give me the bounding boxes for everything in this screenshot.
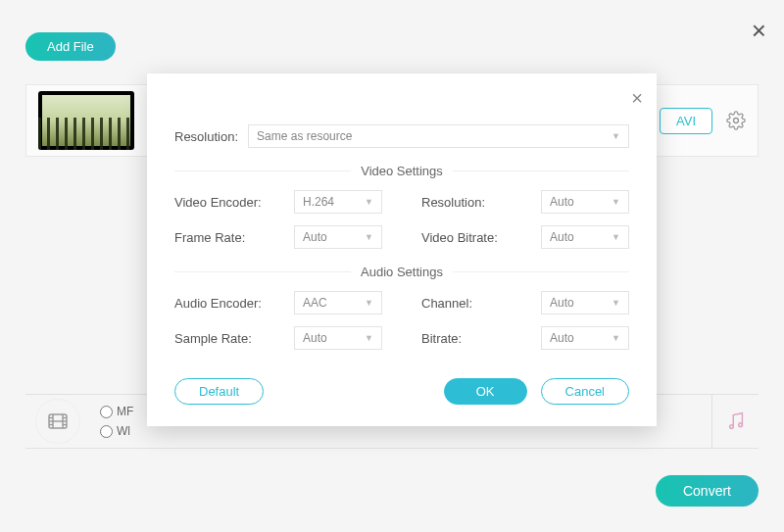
audio-category-icon[interactable] <box>711 395 759 448</box>
chevron-down-icon: ▼ <box>612 131 620 141</box>
svg-point-0 <box>734 119 739 123</box>
video-category-icon[interactable] <box>35 399 80 444</box>
chevron-down-icon: ▼ <box>612 298 620 308</box>
video-bitrate-select[interactable]: Auto▼ <box>541 225 629 249</box>
svg-point-9 <box>729 425 733 429</box>
chevron-down-icon: ▼ <box>365 298 373 308</box>
chevron-down-icon: ▼ <box>612 333 620 343</box>
audio-settings-header: Audio Settings <box>174 265 629 279</box>
sample-rate-label: Sample Rate: <box>174 331 252 346</box>
output-format-button[interactable]: AVI <box>660 108 712 134</box>
gear-icon[interactable] <box>726 111 746 130</box>
video-resolution-select[interactable]: Auto▼ <box>541 190 629 214</box>
channel-label: Channel: <box>421 296 472 311</box>
resolution-label: Resolution: <box>174 129 238 144</box>
svg-point-10 <box>738 423 742 427</box>
audio-bitrate-label: Bitrate: <box>421 331 462 346</box>
frame-rate-select[interactable]: Auto▼ <box>294 225 382 249</box>
video-encoder-label: Video Encoder: <box>174 195 262 210</box>
sample-rate-select[interactable]: Auto▼ <box>294 326 382 350</box>
video-encoder-select[interactable]: H.264▼ <box>294 190 382 214</box>
app-close-icon[interactable]: × <box>752 16 766 46</box>
resolution-select[interactable]: Same as resource▼ <box>248 124 629 148</box>
default-button[interactable]: Default <box>174 378 264 405</box>
chevron-down-icon: ▼ <box>612 197 620 207</box>
cancel-button[interactable]: Cancel <box>541 378 629 405</box>
chevron-down-icon: ▼ <box>365 333 373 343</box>
frame-rate-label: Frame Rate: <box>174 230 245 245</box>
video-thumbnail[interactable] <box>38 91 134 150</box>
audio-encoder-label: Audio Encoder: <box>174 296 262 311</box>
format-radio-option-2[interactable]: Wl <box>100 424 133 438</box>
add-file-button[interactable]: Add File <box>25 32 116 61</box>
chevron-down-icon: ▼ <box>365 232 373 242</box>
convert-button[interactable]: Convert <box>656 475 759 507</box>
format-radio-group: MF Wl <box>100 405 133 438</box>
audio-encoder-select[interactable]: AAC▼ <box>294 291 382 314</box>
chevron-down-icon: ▼ <box>365 197 373 207</box>
channel-select[interactable]: Auto▼ <box>541 291 629 314</box>
audio-bitrate-select[interactable]: Auto▼ <box>541 326 629 350</box>
video-settings-header: Video Settings <box>174 164 629 178</box>
chevron-down-icon: ▼ <box>612 232 620 242</box>
video-resolution-label: Resolution: <box>421 195 485 210</box>
close-icon[interactable]: × <box>631 87 643 110</box>
format-radio-option-1[interactable]: MF <box>100 405 133 418</box>
video-bitrate-label: Video Bitrate: <box>421 230 498 245</box>
settings-dialog: × Resolution: Same as resource▼ Video Se… <box>147 73 657 426</box>
ok-button[interactable]: OK <box>444 378 527 405</box>
